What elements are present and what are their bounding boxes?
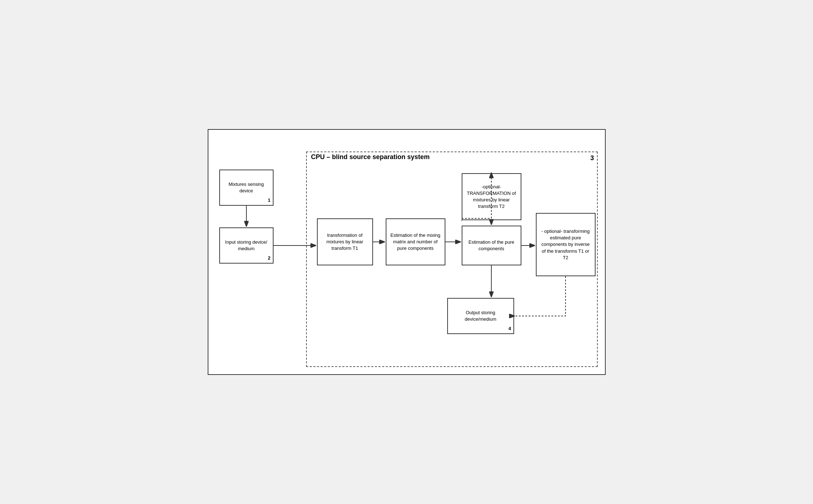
block-estimation-mixing-label: Estimation of the mixing matrix and numb… xyxy=(389,232,442,252)
block-optional-inverse: - optional- transforming estimated pure … xyxy=(536,213,596,276)
block-input-storing-label: Input storing device/ medium xyxy=(223,239,270,252)
cpu-label: CPU – blind source separation system xyxy=(310,153,431,161)
diagram-outer: CPU – blind source separation system 3 M… xyxy=(208,129,606,375)
block-transformation: transformation of mixtures by linear tra… xyxy=(317,218,373,265)
block-mixtures-sensing-label: Mixtures sensing device xyxy=(223,181,270,194)
block-output-storing-label: Output storing device/medium xyxy=(451,309,511,323)
block-transformation-label: transformation of mixtures by linear tra… xyxy=(321,232,369,252)
cpu-number: 3 xyxy=(590,154,594,162)
block-input-storing-number: 2 xyxy=(268,255,270,261)
block-mixtures-sensing-number: 1 xyxy=(268,197,270,204)
block-estimation-pure: Estimation of the pure components xyxy=(462,226,521,265)
block-output-storing-number: 4 xyxy=(508,325,511,332)
block-optional-transform: -optional- TRANSFORMATION of mixtures by… xyxy=(462,173,521,220)
block-input-storing: Input storing device/ medium 2 xyxy=(219,227,274,264)
block-optional-transform-label: -optional- TRANSFORMATION of mixtures by… xyxy=(465,184,518,210)
block-output-storing: Output storing device/medium 4 xyxy=(447,298,514,334)
block-estimation-mixing: Estimation of the mixing matrix and numb… xyxy=(386,218,445,265)
block-estimation-pure-label: Estimation of the pure components xyxy=(465,239,518,252)
block-optional-inverse-label: - optional- transforming estimated pure … xyxy=(539,228,592,261)
block-mixtures-sensing: Mixtures sensing device 1 xyxy=(219,170,274,206)
